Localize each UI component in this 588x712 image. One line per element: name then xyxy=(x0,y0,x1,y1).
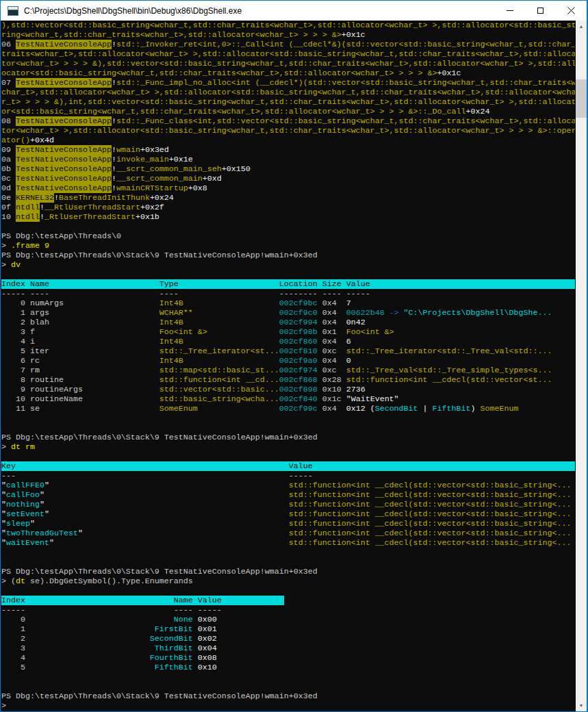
title-bar: C:\Projects\DbgShell\DbgShell\bin\Debug\… xyxy=(1,1,587,21)
console-line: > (dt se).DbgGetSymbol().Type.Enumerands xyxy=(1,576,575,586)
console-line: 0 None 0x00 xyxy=(1,615,575,624)
console-line: 0e KERNEL32!BaseThreadInitThunk+0x24 xyxy=(1,193,575,203)
console-line: PS Dbg:\testApp\Threads\0\Stack\9 TestNa… xyxy=(1,433,575,442)
console-line xyxy=(1,672,575,682)
console-line: ----- ---- ----- xyxy=(1,605,575,615)
console-line: r_t> > > > &),int,std::vector<std::basic… xyxy=(1,97,575,107)
console-line: 09 TestNativeConsoleApp!wmain+0x3ed xyxy=(1,145,575,155)
console-line: "callFFE0" std::function<int __cdecl(std… xyxy=(1,481,575,490)
console-line: 0a TestNativeConsoleApp!invoke_main+0x1e xyxy=(1,155,575,164)
console-line xyxy=(1,586,575,596)
console-line: PS Dbg:\testApp\Threads\0\Stack\9 TestNa… xyxy=(1,691,575,701)
console-line xyxy=(1,557,575,567)
console-line: "setEvent" std::function<int __cdecl(std… xyxy=(1,509,575,519)
console-line: > .frame 9 xyxy=(1,241,575,251)
close-button[interactable] xyxy=(556,1,587,21)
console-line: Index Name Value xyxy=(1,596,575,605)
console-line: "twoThreadGuTest" std::function<int __cd… xyxy=(1,529,575,538)
console-line: 0d TestNativeConsoleApp!wmainCRTStartup+… xyxy=(1,183,575,193)
console-line: traits<wchar_t>,std::allocator<wchar_t> … xyxy=(1,49,575,59)
console-line: > dv xyxy=(1,260,575,270)
console-line: 0f ntdll!__RtlUserThreadStart+0x2f xyxy=(1,203,575,212)
console-line: 5 FifthBit 0x10 xyxy=(1,663,575,672)
console-line: ator()+0x4d xyxy=(1,136,575,145)
console-line: PS Dbg:\testApp\Threads\0\Stack\9 TestNa… xyxy=(1,567,575,576)
console-line: 3 ThirdBit 0x04 xyxy=(1,644,575,653)
console-line xyxy=(1,270,575,279)
console-line: 10 routineName std::basic_string<wcha...… xyxy=(1,394,575,404)
console-line: "nothing" std::function<int __cdecl(std:… xyxy=(1,500,575,509)
console-line: tor<wchar_t> >,std::allocator<std::basic… xyxy=(1,126,575,136)
console-line: 1 FirstBit 0x01 xyxy=(1,624,575,634)
console-line xyxy=(1,452,575,461)
console-line: 9 routineArgs std::vector<std::basic...0… xyxy=(1,385,575,394)
console-line: 6 rc Int4B 002cf9a0 0x4 0 xyxy=(1,356,575,366)
console-line: 1 args WCHAR** 002cf9c0 0x4 00622b48 -> … xyxy=(1,308,575,318)
console-line: ring<wchar_t,std::char_traits<wchar_t>,s… xyxy=(1,30,575,40)
console-line: 0 numArgs Int4B 002cf9bc 0x4 7 xyxy=(1,298,575,308)
console-line: 4 i Int4B 002cf860 0x4 6 xyxy=(1,337,575,346)
console-line: Key Value xyxy=(1,461,575,471)
console-line: 2 SecondBit 0x02 xyxy=(1,634,575,644)
scrollbar-down-arrow-icon[interactable]: ▼ xyxy=(576,700,587,711)
console-line: ----- ---- ---- -------- ---- ----- xyxy=(1,289,575,298)
console-line: ocator<std::basic_string<wchar_t,std::ch… xyxy=(1,68,575,78)
maximize-button[interactable] xyxy=(525,1,556,21)
console-line: "waitEvent" std::function<int __cdecl(st… xyxy=(1,538,575,548)
maximize-icon xyxy=(537,8,544,14)
dbgshell-console-window: C:\Projects\DbgShell\DbgShell\bin\Debug\… xyxy=(0,0,588,712)
window-controls xyxy=(494,1,587,21)
console-line: 2 blah Int4B 002cf994 0x4 0n42 xyxy=(1,318,575,327)
console-line: 7 rm std::map<std::basic_st...002cf974 0… xyxy=(1,366,575,375)
console-line: 11 se SomeEnum 002cf99c 0x4 0x12 (Second… xyxy=(1,404,575,414)
console-line: 3 f Foo<int &> 002cf98b 0x1 Foo<int &> xyxy=(1,327,575,337)
minimize-button[interactable] xyxy=(494,1,525,21)
console-line xyxy=(1,414,575,423)
console-line: > xyxy=(1,701,575,711)
console-line: "sleep" std::function<int __cdecl(std::v… xyxy=(1,519,575,529)
console-line: 07 TestNativeConsoleApp!std::_Func_impl_… xyxy=(1,78,575,88)
minimize-icon xyxy=(507,10,513,11)
console-line xyxy=(1,682,575,691)
scrollbar-up-arrow-icon[interactable]: ▲ xyxy=(576,21,587,32)
console-line: char_t>,std::allocator<wchar_t> >,std::a… xyxy=(1,88,575,97)
console-line: ),std::vector<std::basic_string<wchar_t,… xyxy=(1,21,575,30)
console-line xyxy=(1,222,575,231)
console-line xyxy=(1,423,575,433)
console-line: 0c TestNativeConsoleApp!__scrt_common_ma… xyxy=(1,174,575,183)
console-line: --- ----- xyxy=(1,471,575,481)
console-output: ),std::vector<std::basic_string<wchar_t,… xyxy=(1,21,575,711)
console-line: PS Dbg:\testApp\Threads\0 xyxy=(1,231,575,241)
console-line: 06 TestNativeConsoleApp!std::_Invoker_re… xyxy=(1,40,575,49)
console-line: 08 TestNativeConsoleApp!std::_Func_class… xyxy=(1,116,575,126)
console-line: 0b TestNativeConsoleApp!__scrt_common_ma… xyxy=(1,164,575,174)
console-line: 4 FourthBit 0x08 xyxy=(1,653,575,663)
console-line: "callFoo" std::function<int __cdecl(std:… xyxy=(1,490,575,500)
console-line: or<std::basic_string<wchar_t,std::char_t… xyxy=(1,107,575,116)
console-line: 5 iter std::_Tree_iterator<st...002cf810… xyxy=(1,346,575,356)
console-line: 8 routine std::function<int __cd...002cf… xyxy=(1,375,575,385)
window-title: C:\Projects\DbgShell\DbgShell\bin\Debug\… xyxy=(24,6,242,16)
console-line: > dt rm xyxy=(1,442,575,452)
console-line xyxy=(1,548,575,557)
console-app-icon xyxy=(8,6,18,16)
scrollbar-thumb[interactable] xyxy=(576,79,587,118)
console-line: Index Name Type Location Size Value xyxy=(1,279,575,289)
close-icon xyxy=(567,7,575,14)
console-line: PS Dbg:\testApp\Threads\0\Stack\9 TestNa… xyxy=(1,251,575,260)
console-line: 10 ntdll!_RtlUserThreadStart+0x1b xyxy=(1,212,575,222)
vertical-scrollbar[interactable]: ▲ ▼ xyxy=(576,21,587,711)
console-line: tor<wchar_t> > > > &),std::vector<std::b… xyxy=(1,59,575,68)
